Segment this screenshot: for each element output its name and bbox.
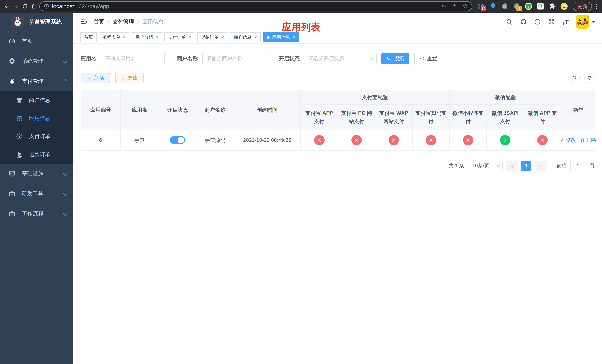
github-icon[interactable] <box>519 18 527 26</box>
tag-refund-orders[interactable]: 退款订单× <box>197 32 228 42</box>
sidebar-item-workflow[interactable]: 工作流程 <box>0 204 73 224</box>
table-row: 6 芋道 芋道源码 2021-10-23 08:49:25 <box>81 130 595 150</box>
tag-process-form[interactable]: 流程表单× <box>99 32 129 42</box>
tag-pay-orders[interactable]: 支付订单× <box>164 32 195 42</box>
sidebar-item-payment[interactable]: ¥ 支付管理 <box>0 71 73 91</box>
tag-merchant-info[interactable]: 商户信息× <box>230 32 261 42</box>
yen-circle-icon <box>16 133 23 140</box>
goto-page-input[interactable] <box>570 161 586 171</box>
extension-command-icon[interactable]: ⌘ <box>501 2 509 11</box>
trash-icon <box>580 138 585 143</box>
cell-create-time: 2021-10-23 08:49:25 <box>234 130 301 150</box>
extension-diamond-icon[interactable]: 10 <box>477 2 485 11</box>
col-wechat-mini: 微信小程序支付 <box>450 105 487 130</box>
chevron-down-icon <box>370 56 374 60</box>
extension-balloon-icon[interactable] <box>489 2 497 11</box>
next-page-button[interactable]: › <box>535 161 546 171</box>
export-button[interactable]: 导出 <box>115 73 144 83</box>
open-status-select[interactable]: 请选择开启状态 <box>304 53 376 64</box>
edit-pen-icon <box>560 138 565 143</box>
tags-view-bar: 首页 流程表单× 用户分组× 支付订单× 退款订单× 商户信息× 应用信息× <box>73 31 602 44</box>
breadcrumb-home[interactable]: 首页 <box>94 18 104 26</box>
cell-app-id: 6 <box>81 130 120 150</box>
sidebar-item-app-info[interactable]: 应用信息 <box>0 109 73 127</box>
browser-forward-icon[interactable] <box>11 2 20 11</box>
close-icon[interactable]: × <box>123 35 126 40</box>
add-button[interactable]: ＋ 新增 <box>81 73 110 83</box>
close-icon[interactable]: × <box>221 35 224 40</box>
sidebar-collapse-icon[interactable] <box>80 18 88 26</box>
sidebar-item-home[interactable]: 首页 <box>0 31 73 51</box>
tag-app-info[interactable]: 应用信息× <box>263 32 299 42</box>
search-form: 应用名 商户名称 开启状态 请选择开启状态 搜索 重置 <box>81 53 595 64</box>
sidebar-item-pay-orders[interactable]: 支付订单 <box>0 127 73 146</box>
dashboard-icon <box>8 37 16 45</box>
sidebar-item-dev-tools[interactable]: 研发工具 <box>0 184 73 204</box>
monitor-chart-icon <box>8 170 16 178</box>
page-unit-label: 页 <box>590 162 595 169</box>
sidebar-item-label: 支付管理 <box>22 77 43 85</box>
browser-back-icon[interactable] <box>3 2 11 11</box>
site-info-icon <box>44 4 49 9</box>
extensions-puzzle-icon[interactable] <box>548 2 557 11</box>
browser-home-icon[interactable] <box>29 2 38 11</box>
reset-button[interactable]: 重置 <box>414 53 442 64</box>
toggle-search-button[interactable] <box>570 73 580 83</box>
close-icon[interactable]: × <box>254 35 257 40</box>
bookmark-star-icon[interactable] <box>462 3 468 9</box>
password-key-icon[interactable] <box>441 3 446 9</box>
search-button[interactable]: 搜索 <box>381 53 409 64</box>
close-icon[interactable]: × <box>188 35 191 40</box>
sidebar-item-infrastructure[interactable]: 基础设施 <box>0 164 73 184</box>
toolbox-icon <box>8 190 16 198</box>
sidebar-item-refund-orders[interactable]: 退款订单 <box>0 146 73 164</box>
grid-icon <box>16 114 23 122</box>
alipay-wap-status-icon <box>388 135 399 145</box>
sidebar-item-system[interactable]: 系统管理 <box>0 51 73 71</box>
prev-page-button[interactable]: ‹ <box>506 161 518 171</box>
col-alipay-pc: 支付宝 PC 网站支付 <box>338 105 375 130</box>
col-wechat-jsapi: 微信 JSAPI 支付 <box>487 105 524 130</box>
extension-camera-icon[interactable]: 1 <box>512 2 521 11</box>
browser-profile-avatar[interactable] <box>560 2 568 11</box>
browser-reload-icon[interactable] <box>20 2 29 11</box>
sidebar: 芋道管理系统 首页 系统管理 ¥ 支付管理 商户信息 <box>0 13 73 364</box>
chevron-down-icon <box>497 164 500 167</box>
help-icon[interactable]: ? <box>534 18 541 26</box>
alipay-pc-status-icon <box>351 135 362 145</box>
app-logo[interactable]: 芋道管理系统 <box>0 13 73 31</box>
col-group-alipay: 支付宝配置 <box>301 90 450 105</box>
close-icon[interactable]: × <box>292 35 295 40</box>
tag-user-group[interactable]: 用户分组× <box>132 32 162 42</box>
address-bar[interactable]: localhost:1024/pay/app <box>39 1 473 11</box>
user-menu[interactable] <box>576 15 596 29</box>
page-number-1[interactable]: 1 <box>521 161 531 171</box>
extension-y-icon[interactable]: y <box>524 2 533 11</box>
close-icon[interactable]: × <box>156 35 159 40</box>
col-create-time: 创建时间 <box>234 90 301 130</box>
browser-menu-icon[interactable] <box>595 4 599 9</box>
store-icon <box>16 96 23 104</box>
refresh-icon <box>419 56 425 61</box>
extension-strip: 10 ⌘ 1 y <box>477 2 568 11</box>
delete-button[interactable]: 删除 <box>580 137 596 143</box>
chevron-down-icon <box>63 212 67 216</box>
merchant-name-input[interactable] <box>202 53 267 64</box>
tag-home[interactable]: 首页 <box>80 32 97 42</box>
extension-chat-icon[interactable] <box>536 2 545 11</box>
font-size-icon[interactable]: TT <box>562 18 570 26</box>
refresh-table-button[interactable] <box>584 73 595 83</box>
share-icon[interactable] <box>452 3 457 9</box>
user-avatar <box>576 15 589 29</box>
browser-update-button[interactable]: 更新 <box>573 2 592 11</box>
sidebar-item-merchant-info[interactable]: 商户信息 <box>0 91 73 109</box>
fullscreen-icon[interactable] <box>548 18 555 26</box>
page-size-select[interactable]: 10条/页 <box>468 161 503 171</box>
open-status-label: 开启状态 <box>279 55 300 62</box>
edit-button[interactable]: 修改 <box>560 137 576 143</box>
app-name-input[interactable] <box>101 53 165 64</box>
browser-toolbar: localhost:1024/pay/app 10 ⌘ 1 <box>0 0 602 13</box>
header-search-icon[interactable] <box>505 18 513 26</box>
app-title: 芋道管理系统 <box>29 18 62 26</box>
open-status-toggle[interactable] <box>170 136 185 144</box>
